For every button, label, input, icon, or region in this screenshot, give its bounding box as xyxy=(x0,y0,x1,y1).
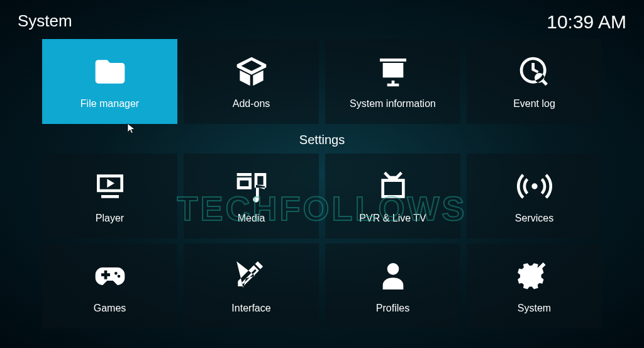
tile-label: Games xyxy=(94,303,126,314)
clock-search-icon xyxy=(517,54,552,89)
presentation-icon xyxy=(375,54,411,89)
tile-system-information[interactable]: System information xyxy=(325,39,460,124)
tile-interface[interactable]: Interface xyxy=(184,244,319,328)
section-title-settings: Settings xyxy=(0,133,644,147)
tile-label: Profiles xyxy=(376,303,409,314)
tile-player[interactable]: Player xyxy=(42,154,177,239)
tile-label: Media xyxy=(238,213,265,224)
header: System 10:39 AM xyxy=(0,0,644,39)
tile-event-log[interactable]: Event log xyxy=(467,39,602,124)
top-row: File manager Add-ons System information … xyxy=(0,39,644,124)
tile-label: Add-ons xyxy=(233,98,270,109)
tile-label: Player xyxy=(96,213,124,224)
settings-row-2: Games Interface Profiles System xyxy=(0,244,644,328)
pencil-ruler-icon xyxy=(234,259,269,294)
tv-icon xyxy=(375,169,411,204)
folder-icon xyxy=(92,54,128,89)
person-icon xyxy=(375,259,411,294)
settings-row-1: Player Media PVR & Live TV Services xyxy=(0,154,644,239)
tile-profiles[interactable]: Profiles xyxy=(325,244,460,328)
page-title: System xyxy=(18,11,72,31)
tile-label: Event log xyxy=(513,98,555,109)
tile-label: File manager xyxy=(80,98,139,109)
monitor-play-icon xyxy=(92,169,128,204)
tile-label: Interface xyxy=(231,303,270,314)
media-icon xyxy=(234,169,269,204)
tile-add-ons[interactable]: Add-ons xyxy=(184,39,319,124)
tile-media[interactable]: Media xyxy=(184,154,319,239)
tile-label: System information xyxy=(350,98,436,109)
tile-label: Services xyxy=(515,213,553,224)
gear-wrench-icon xyxy=(517,259,552,294)
box-icon xyxy=(234,54,269,89)
tile-games[interactable]: Games xyxy=(42,244,177,328)
tile-system[interactable]: System xyxy=(467,244,602,328)
broadcast-icon xyxy=(517,169,552,204)
clock: 10:39 AM xyxy=(547,11,626,33)
gamepad-icon xyxy=(92,259,128,294)
tile-pvr-live-tv[interactable]: PVR & Live TV xyxy=(325,154,460,239)
tile-file-manager[interactable]: File manager xyxy=(42,39,177,124)
tile-services[interactable]: Services xyxy=(467,154,602,239)
tile-label: PVR & Live TV xyxy=(359,213,426,224)
tile-label: System xyxy=(518,303,551,314)
